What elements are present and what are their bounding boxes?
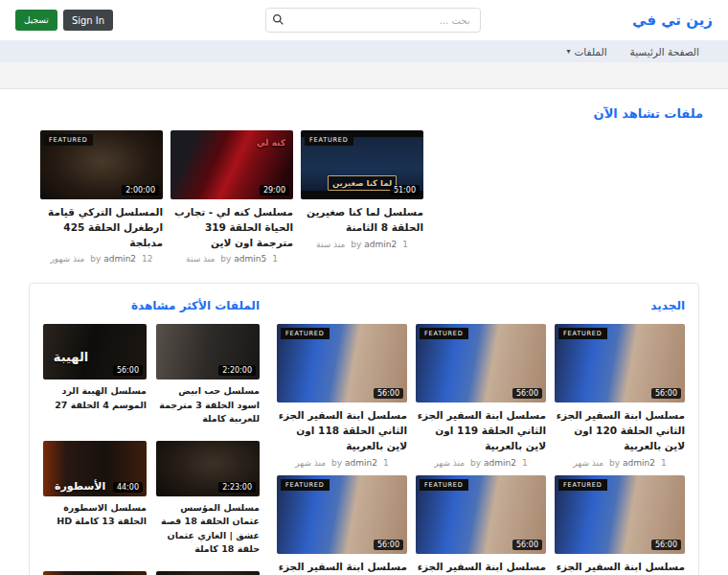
poster-title: كنه لي xyxy=(257,138,285,148)
author-link[interactable]: admin2 xyxy=(484,458,516,468)
most-watched-grid: 2:20:00 مسلسل حب ابيض اسود الحلقة 3 مترج… xyxy=(43,324,260,575)
byline: by admin2 xyxy=(351,240,397,249)
featured-badge: FEATURED xyxy=(420,479,468,491)
video-card[interactable]: الهيبة 56:00 مسلسل الهيبة الرد الموسم 4 … xyxy=(43,324,147,426)
video-thumbnail[interactable]: FEATURED 56:00 xyxy=(277,475,407,554)
search-input[interactable] xyxy=(265,8,481,33)
video-title[interactable]: مسلسل ابنة السفير الجزء الثاني الحلقة 11… xyxy=(555,560,685,575)
video-thumbnail[interactable]: 2:20:00 xyxy=(156,324,260,380)
duration-badge: 51:00 xyxy=(390,185,420,196)
poster-title: الأسطورة xyxy=(55,480,105,493)
featured-badge: FEATURED xyxy=(44,134,93,146)
video-card[interactable]: 2:25:00 xyxy=(156,571,260,575)
video-thumbnail[interactable]: FEATURED 56:00 xyxy=(555,475,685,554)
video-card[interactable]: FEATURED 56:00 مسلسل ابنة السفير الجزء ا… xyxy=(416,475,546,575)
video-card[interactable]: FEATURED 56:00 مسلسل ابنة السفير الجزء ا… xyxy=(277,475,407,575)
video-thumbnail[interactable]: الأسطورة 44:00 xyxy=(43,441,147,496)
duration-badge: 56:00 xyxy=(374,388,403,399)
duration-badge: 56:00 xyxy=(512,540,542,550)
video-thumbnail[interactable]: 2:23:00 xyxy=(156,441,260,496)
nav-item-files[interactable]: الملفات ▾ xyxy=(566,46,606,58)
new-section: الجديد FEATURED 56:00 مسلسل ابنة السفير … xyxy=(277,299,685,575)
header: زين تي في Sign In تسجيل xyxy=(0,0,728,40)
video-thumbnail[interactable]: الهيبة 56:00 xyxy=(43,324,147,380)
duration-badge: 56:00 xyxy=(651,540,681,550)
video-card[interactable]: 2:20:00 مسلسل حب ابيض اسود الحلقة 3 مترج… xyxy=(156,324,260,426)
video-thumbnail[interactable]: FEATURED لما كنا صغيرين 51:00 xyxy=(301,130,423,199)
video-card[interactable]: الأسطورة 42:00 xyxy=(43,571,147,575)
video-thumbnail[interactable]: FEATURED 56:00 xyxy=(416,475,546,554)
featured-video-card[interactable]: FEATURED 2:00:00 المسلسل التركي قيامة ار… xyxy=(40,130,163,264)
video-card[interactable]: FEATURED 56:00 مسلسل ابنة السفير الجزء ا… xyxy=(555,324,685,467)
view-count: 1 xyxy=(661,458,667,468)
video-meta: منذ شهر by admin2 1 xyxy=(277,458,407,468)
video-meta: منذ شهر by admin2 1 xyxy=(555,458,685,468)
video-meta: منذ شهور by admin2 12 xyxy=(40,254,163,264)
sign-in-button[interactable]: Sign In xyxy=(63,10,113,31)
view-count: 1 xyxy=(272,254,278,264)
time-ago: منذ سنة xyxy=(316,240,345,249)
most-watched-section: الملفات الأكثر مشاهدة 2:20:00 مسلسل حب ا… xyxy=(43,299,260,575)
video-title[interactable]: مسلسل المؤسس عثمان الحلقة 18 قصة عشق | ا… xyxy=(156,501,260,556)
byline: by admin2 xyxy=(470,458,516,468)
video-title[interactable]: مسلسل كنه لي - تجارب الحياة الحلقة 319 م… xyxy=(171,205,293,250)
video-thumbnail[interactable]: FEATURED 2:00:00 xyxy=(40,130,163,199)
video-title[interactable]: مسلسل ابنة السفير الجزء الثاني الحلقة 11… xyxy=(277,560,407,575)
view-count: 1 xyxy=(522,458,528,468)
video-card[interactable]: FEATURED 56:00 مسلسل ابنة السفير الجزء ا… xyxy=(416,324,546,467)
duration-badge: 2:20:00 xyxy=(218,365,256,376)
site-logo[interactable]: زين تي في xyxy=(632,12,713,29)
video-title[interactable]: مسلسل ابنة السفير الجزء الثاني الحلقة 11… xyxy=(416,560,546,575)
featured-video-card[interactable]: كنه لي 29:00 مسلسل كنه لي - تجارب الحياة… xyxy=(171,130,293,264)
video-title[interactable]: مسلسل حب ابيض اسود الحلقة 3 مترجمة للعرب… xyxy=(156,384,260,426)
duration-badge: 56:00 xyxy=(374,540,403,550)
video-thumbnail[interactable]: 2:25:00 xyxy=(156,571,260,575)
video-thumbnail[interactable]: FEATURED 56:00 xyxy=(555,324,685,402)
video-title[interactable]: مسلسل الهيبة الرد الموسم 4 الحلقة 27 xyxy=(43,384,147,419)
video-title[interactable]: المسلسل التركي قيامة ارطغرل الحلقة 425 م… xyxy=(40,205,163,250)
video-meta: منذ شهر by admin2 1 xyxy=(416,458,546,468)
author-link[interactable]: admin2 xyxy=(103,254,136,264)
featured-badge: FEATURED xyxy=(420,328,468,339)
duration-badge: 2:23:00 xyxy=(218,482,256,493)
author-link[interactable]: admin2 xyxy=(345,458,377,468)
video-thumbnail[interactable]: الأسطورة 42:00 xyxy=(43,571,147,575)
duration-badge: 2:00:00 xyxy=(122,185,159,196)
time-ago: منذ شهور xyxy=(50,254,84,264)
duration-badge: 44:00 xyxy=(113,482,143,493)
video-title[interactable]: مسلسل لما كنا صغيرين الحلقة 8 الثامنة xyxy=(301,205,423,236)
video-card[interactable]: الأسطورة 44:00 مسلسل الاسطورة الحلقة 13 … xyxy=(43,441,147,556)
video-card[interactable]: FEATURED 56:00 مسلسل ابنة السفير الجزء ا… xyxy=(555,475,685,575)
video-thumbnail[interactable]: كنه لي 29:00 xyxy=(171,130,293,199)
main-nav: الصفحة الرئيسية الملفات ▾ xyxy=(0,40,728,62)
featured-badge: FEATURED xyxy=(281,328,330,339)
search-icon[interactable] xyxy=(272,13,284,26)
nav-files-label: الملفات xyxy=(574,46,606,58)
time-ago: منذ سنة xyxy=(186,254,215,264)
byline: by admin5 xyxy=(220,254,266,264)
video-title[interactable]: مسلسل ابنة السفير الجزء الثاني الحلقة 12… xyxy=(555,408,685,453)
video-card[interactable]: 2:23:00 مسلسل المؤسس عثمان الحلقة 18 قصة… xyxy=(156,441,260,556)
video-title[interactable]: مسلسل الاسطورة الحلقة 13 كاملة HD xyxy=(43,501,147,536)
time-ago: منذ شهر xyxy=(573,458,603,468)
author-link[interactable]: admin2 xyxy=(364,240,397,249)
video-thumbnail[interactable]: FEATURED 56:00 xyxy=(416,324,546,402)
view-count: 12 xyxy=(142,254,152,264)
video-thumbnail[interactable]: FEATURED 56:00 xyxy=(277,324,407,402)
most-watched-title: الملفات الأكثر مشاهدة xyxy=(43,299,260,312)
duration-badge: 56:00 xyxy=(651,388,681,399)
duration-badge: 56:00 xyxy=(512,388,542,399)
poster-title: لما كنا صغيرين xyxy=(328,175,397,191)
featured-badge: FEATURED xyxy=(281,479,330,491)
author-link[interactable]: admin5 xyxy=(234,254,266,264)
featured-video-card[interactable]: FEATURED لما كنا صغيرين 51:00 مسلسل لما … xyxy=(301,130,423,264)
register-button[interactable]: تسجيل xyxy=(15,10,57,31)
author-link[interactable]: admin2 xyxy=(623,458,655,468)
video-title[interactable]: مسلسل ابنة السفير الجزء الثاني الحلقة 11… xyxy=(416,408,546,453)
byline: by admin2 xyxy=(331,458,377,468)
notice-strip xyxy=(0,62,728,89)
nav-item-home[interactable]: الصفحة الرئيسية xyxy=(630,46,699,58)
poster-title: الهيبة xyxy=(54,350,88,364)
video-title[interactable]: مسلسل ابنة السفير الجزء الثاني الحلقة 11… xyxy=(277,408,407,453)
video-card[interactable]: FEATURED 56:00 مسلسل ابنة السفير الجزء ا… xyxy=(277,324,407,467)
